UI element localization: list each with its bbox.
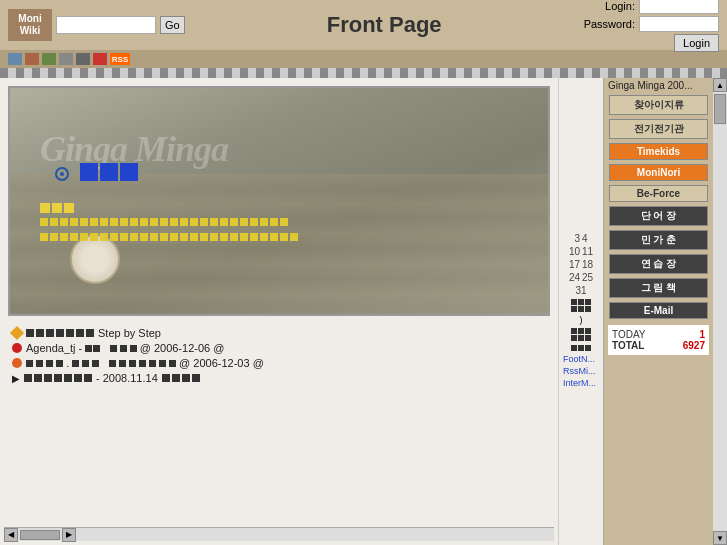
scroll-thumb[interactable] [714,94,726,124]
scroll-right-button[interactable]: ▶ [62,528,76,542]
main-image: Ginga Minga [8,86,550,316]
cal-row-2: 10 11 [569,246,593,257]
toolbar-icon-5[interactable] [76,53,90,65]
item-2-text: Agenda_tj - @ 2006-12-06 @ [26,342,224,354]
list-item: Step by Step [12,327,546,339]
bottom-scrollbar[interactable]: ◀ ▶ [4,527,554,541]
nav-btn-email[interactable]: E-Mail [609,302,707,319]
rss-icon[interactable]: RSS [110,53,130,65]
middle-sidebar: 3 4 10 11 17 18 24 25 31 ) [558,78,603,545]
right-sidebar: Ginga Minga 200... 찾아이지류 전기전기관 Timekids … [603,78,713,545]
nav-btn-mingachun[interactable]: 민 가 춘 [609,230,707,250]
scroll-up-button[interactable]: ▲ [713,78,727,92]
content-area: Ginga Minga [0,78,558,545]
item-3-text: . @ 2006-12-03 @ [26,357,264,369]
scroll-left-button[interactable]: ◀ [4,528,18,542]
today-value: 1 [699,329,705,340]
login-label: Login: [605,0,635,12]
blue-squares [80,163,138,181]
cal-row-5: 31 [575,285,586,296]
cal-row-3: 17 18 [569,259,593,270]
nav-btn-moninori[interactable]: MoniNori [609,164,707,181]
item-1-text: Step by Step [98,327,161,339]
cal-24[interactable]: 24 [569,272,580,283]
cal-row-1: 3 4 [574,233,587,244]
diamond-icon [10,326,24,340]
vertical-scrollbar[interactable]: ▲ ▼ [713,78,727,545]
item-4-text: - 2008.11.14 [96,372,158,384]
mini-squares-2 [571,328,591,341]
nav-btn-beforce[interactable]: Be-Force [609,185,707,202]
toolbar-icon-2[interactable] [25,53,39,65]
nav-btn-picbook[interactable]: 그 림 책 [609,278,707,298]
list-item: Agenda_tj - @ 2006-12-06 @ [12,342,546,354]
toolbar-strip: RSS [0,50,727,68]
scroll-thumb-h[interactable] [20,530,60,540]
orange-circle-icon [12,358,22,368]
list-item: . @ 2006-12-03 @ [12,357,546,369]
total-value: 6927 [683,340,705,351]
sidebar-link-inter[interactable]: InterM... [561,377,601,389]
right-header: Ginga Minga 200... [604,78,713,93]
login-button[interactable]: Login [674,34,719,52]
cal-31[interactable]: 31 [575,285,586,296]
cal-11[interactable]: 11 [582,246,593,257]
yellow-dots-row3 [40,233,298,241]
nav-btn-2[interactable]: 전기전기관 [609,119,707,139]
mini-squares-1 [571,299,591,312]
cal-17[interactable]: 17 [569,259,580,270]
sidebar-bracket: ) [580,315,583,325]
black-squares [26,329,94,337]
password-input[interactable] [639,16,719,32]
go-button[interactable]: Go [160,16,185,34]
cal-25[interactable]: 25 [582,272,593,283]
list-item: ▶ - 2008.11.14 [12,372,546,384]
today-label: TODAY [612,329,646,340]
target-icon [55,167,69,181]
page-title: Front Page [193,12,576,38]
nav-btn-timekids[interactable]: Timekids [609,143,707,160]
cal-18[interactable]: 18 [582,259,593,270]
yellow-dots-row2 [40,218,288,226]
logo: Moni Wiki [8,9,52,41]
arrow-icon: ▶ [12,373,20,384]
checker-strip [0,68,727,78]
nav-btn-exercise[interactable]: 연 습 장 [609,254,707,274]
below-image: Step by Step Agenda_tj - @ 2006-12-06 @ [4,320,554,527]
toolbar-icon-1[interactable] [8,53,22,65]
cal-3[interactable]: 3 [574,233,580,244]
cal-4[interactable]: 4 [582,233,588,244]
sidebar-link-footnote[interactable]: FootN... [561,353,601,365]
login-input[interactable] [639,0,719,14]
sidebar-link-rss[interactable]: RssMi... [561,365,601,377]
red-circle-icon [12,343,22,353]
toolbar-icon-3[interactable] [42,53,56,65]
search-input[interactable] [56,16,156,34]
yellow-dots-row1 [40,203,82,213]
toolbar-icon-6[interactable] [93,53,107,65]
scroll-down-button[interactable]: ▼ [713,531,727,545]
cal-row-4: 24 25 [569,272,593,283]
cal-10[interactable]: 10 [569,246,580,257]
nav-btn-1[interactable]: 찾아이지류 [609,95,707,115]
toolbar-icon-4[interactable] [59,53,73,65]
mini-squares-3 [571,345,591,351]
sand-dollar [70,234,120,284]
total-label: TOTAL [612,340,644,351]
stats-box: TODAY 1 TOTAL 6927 [608,325,709,355]
password-label: Password: [584,18,635,30]
nav-btn-wordbook[interactable]: 단 어 장 [609,206,707,226]
